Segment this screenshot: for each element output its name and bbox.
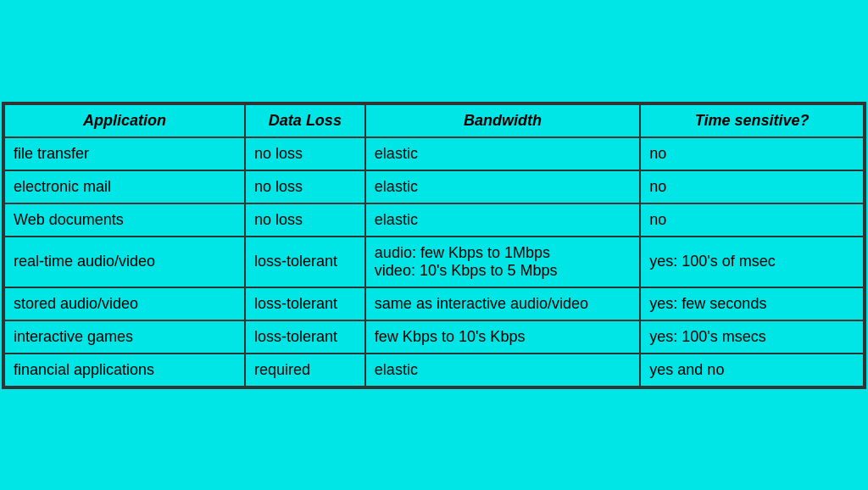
cell-data-loss: required [245, 354, 365, 387]
cell-application: electronic mail [4, 170, 245, 203]
table-row: interactive gamesloss-tolerantfew Kbps t… [4, 320, 864, 354]
table-row: electronic mailno losselasticno [4, 170, 864, 203]
cell-data-loss: loss-tolerant [245, 237, 365, 287]
cell-application: file transfer [4, 137, 245, 170]
cell-application: financial applications [4, 354, 245, 387]
table-row: financial applicationsrequiredelasticyes… [4, 354, 864, 387]
cell-time-sensitive: yes: 100's of msec [640, 237, 864, 287]
cell-bandwidth: elastic [365, 137, 640, 170]
cell-data-loss: no loss [245, 137, 365, 170]
header-application: Application [4, 104, 245, 137]
header-time-sensitive: Time sensitive? [640, 104, 864, 137]
cell-time-sensitive: no [640, 137, 864, 170]
header-data-loss: Data Loss [245, 104, 365, 137]
cell-application: Web documents [4, 203, 245, 237]
cell-time-sensitive: no [640, 203, 864, 237]
cell-application: interactive games [4, 320, 245, 354]
cell-time-sensitive: yes: 100's msecs [640, 320, 864, 354]
table-row: Web documentsno losselasticno [4, 203, 864, 237]
header-row: Application Data Loss Bandwidth Time sen… [4, 104, 864, 137]
cell-bandwidth: audio: few Kbps to 1Mbpsvideo: 10's Kbps… [365, 237, 640, 287]
main-table-container: Application Data Loss Bandwidth Time sen… [2, 102, 866, 389]
table-row: file transferno losselasticno [4, 137, 864, 170]
table-row: stored audio/videoloss-tolerantsame as i… [4, 287, 864, 320]
cell-data-loss: loss-tolerant [245, 320, 365, 354]
cell-time-sensitive: yes and no [640, 354, 864, 387]
table-row: real-time audio/videoloss-tolerantaudio:… [4, 237, 864, 287]
cell-bandwidth: few Kbps to 10's Kbps [365, 320, 640, 354]
cell-application: stored audio/video [4, 287, 245, 320]
header-bandwidth: Bandwidth [365, 104, 640, 137]
cell-time-sensitive: no [640, 170, 864, 203]
cell-data-loss: no loss [245, 203, 365, 237]
network-applications-table: Application Data Loss Bandwidth Time sen… [3, 103, 865, 387]
cell-application: real-time audio/video [4, 237, 245, 287]
cell-data-loss: no loss [245, 170, 365, 203]
cell-data-loss: loss-tolerant [245, 287, 365, 320]
cell-bandwidth: elastic [365, 203, 640, 237]
cell-time-sensitive: yes: few seconds [640, 287, 864, 320]
cell-bandwidth: same as interactive audio/video [365, 287, 640, 320]
cell-bandwidth: elastic [365, 354, 640, 387]
cell-bandwidth: elastic [365, 170, 640, 203]
